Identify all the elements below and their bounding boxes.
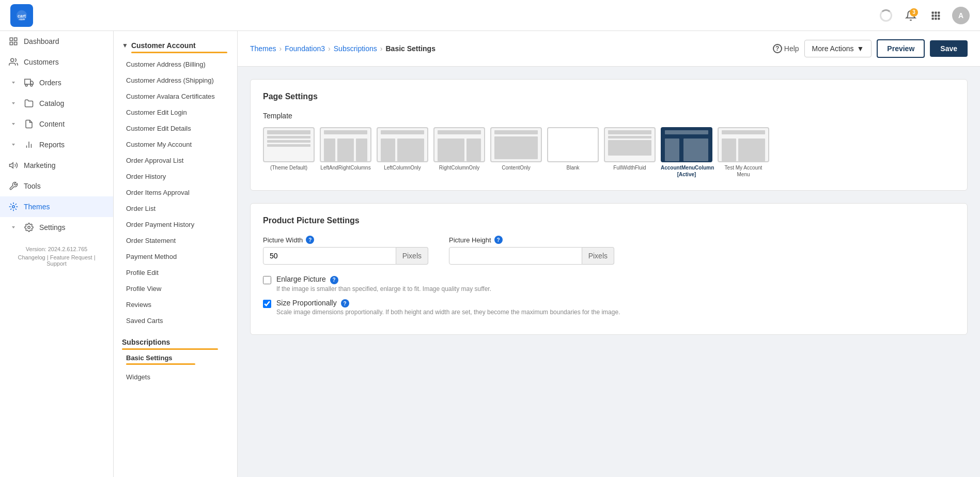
preview-button[interactable]: Preview bbox=[877, 39, 925, 58]
sidebar-item-tools[interactable]: Tools bbox=[0, 176, 113, 196]
user-avatar[interactable]: A bbox=[952, 7, 970, 24]
breadcrumb-current: Basic Settings bbox=[385, 44, 435, 53]
nav-item-order-list[interactable]: Order List bbox=[114, 201, 237, 217]
expand-settings-icon bbox=[8, 222, 19, 233]
template-left-only[interactable]: LeftColumnOnly bbox=[377, 127, 428, 178]
topbar: cart .com 3 A bbox=[0, 0, 980, 31]
breadcrumb-themes[interactable]: Themes bbox=[250, 44, 276, 53]
template-blank[interactable]: Blank bbox=[547, 127, 599, 178]
template-label-content-only: ContentOnly bbox=[502, 164, 531, 171]
template-account-menu-column[interactable]: AccountMenuColumn [Active] bbox=[661, 127, 712, 178]
svg-rect-11 bbox=[935, 18, 937, 20]
nav-item-saved-carts[interactable]: Saved Carts bbox=[114, 313, 237, 329]
template-label-blank: Blank bbox=[566, 164, 579, 171]
sidebar-item-customers[interactable]: Customers bbox=[0, 52, 113, 72]
template-theme-default[interactable]: (Theme Default) bbox=[263, 127, 315, 178]
sidebar-item-themes[interactable]: Themes bbox=[0, 196, 113, 217]
nav-item-order-statement[interactable]: Order Statement bbox=[114, 233, 237, 249]
picture-width-help-icon[interactable]: ? bbox=[306, 236, 314, 244]
template-label-right-only: RightColumnOnly bbox=[439, 164, 479, 171]
logo[interactable]: cart .com bbox=[10, 4, 33, 27]
template-right-only[interactable]: RightColumnOnly bbox=[433, 127, 485, 178]
nav-item-profile-edit[interactable]: Profile Edit bbox=[114, 265, 237, 281]
product-picture-settings-card: Product Picture Settings Picture Width ?… bbox=[250, 203, 968, 335]
nav-item-customer-address-shipping[interactable]: Customer Address (Shipping) bbox=[114, 72, 237, 88]
picture-width-input[interactable] bbox=[263, 247, 396, 265]
main-layout: Dashboard Customers Orders Catalog bbox=[0, 31, 980, 477]
catalog-icon bbox=[24, 98, 34, 109]
enlarge-picture-desc: If the image is smaller than specified, … bbox=[276, 285, 491, 293]
breadcrumb-foundation3[interactable]: Foundation3 bbox=[285, 44, 325, 53]
sidebar-label-marketing: Marketing bbox=[24, 161, 55, 170]
sidebar-item-settings[interactable]: Settings bbox=[0, 217, 113, 238]
apps-icon[interactable] bbox=[927, 7, 944, 24]
expand-content-icon bbox=[8, 119, 19, 129]
notifications-icon[interactable]: 3 bbox=[903, 7, 919, 24]
sidebar-item-reports[interactable]: Reports bbox=[0, 134, 113, 155]
picture-width-group: Picture Width ? Pixels bbox=[263, 236, 428, 265]
help-button[interactable]: ? Help bbox=[773, 44, 799, 53]
template-test-my-account-menu[interactable]: Test My Account Menu bbox=[718, 127, 769, 178]
template-fullwidth-fluid[interactable]: FullWidthFluid bbox=[604, 127, 656, 178]
picture-height-input[interactable] bbox=[449, 247, 582, 265]
secondary-sidebar: ▼ Customer Account Customer Address (Bil… bbox=[114, 31, 238, 477]
enlarge-picture-checkbox[interactable] bbox=[263, 276, 271, 284]
feature-request-link[interactable]: Feature Request bbox=[50, 254, 92, 260]
content-header: Themes › Foundation3 › Subscriptions › B… bbox=[238, 31, 980, 67]
nav-item-customer-address-billing[interactable]: Customer Address (Billing) bbox=[114, 56, 237, 72]
svg-rect-5 bbox=[935, 11, 937, 13]
picture-width-input-row: Pixels bbox=[263, 247, 428, 265]
svg-rect-14 bbox=[14, 38, 17, 40]
breadcrumb-subscriptions[interactable]: Subscriptions bbox=[334, 44, 377, 53]
enlarge-picture-label[interactable]: Enlarge Picture ? bbox=[276, 275, 338, 283]
nav-item-customer-edit-details[interactable]: Customer Edit Details bbox=[114, 120, 237, 136]
size-proportionally-checkbox[interactable] bbox=[263, 300, 271, 308]
nav-item-order-payment-history[interactable]: Order Payment History bbox=[114, 217, 237, 233]
nav-item-customer-avalara[interactable]: Customer Avalara Certificates bbox=[114, 88, 237, 104]
support-link[interactable]: Support bbox=[46, 260, 67, 267]
svg-rect-4 bbox=[932, 11, 934, 13]
size-proportionally-label[interactable]: Size Proportionally ? bbox=[276, 299, 349, 307]
svg-rect-8 bbox=[935, 14, 937, 17]
sidebar-label-customers: Customers bbox=[24, 58, 59, 66]
nav-item-customer-edit-login[interactable]: Customer Edit Login bbox=[114, 104, 237, 120]
sidebar-label-catalog: Catalog bbox=[39, 99, 64, 107]
nav-item-customer-my-account[interactable]: Customer My Account bbox=[114, 136, 237, 152]
template-label-left-right: LeftAndRightColumns bbox=[320, 164, 370, 171]
nav-item-order-approval-list[interactable]: Order Approval List bbox=[114, 152, 237, 168]
sidebar-item-orders[interactable]: Orders bbox=[0, 72, 113, 93]
picture-height-help-icon[interactable]: ? bbox=[494, 236, 503, 244]
sidebar-item-catalog[interactable]: Catalog bbox=[0, 93, 113, 114]
nav-sub-item-basic-settings[interactable]: Basic Settings bbox=[114, 350, 237, 369]
header-actions: ? Help More Actions ▼ Preview Save bbox=[773, 39, 968, 58]
secondary-sidebar-group-header[interactable]: ▼ Customer Account bbox=[114, 36, 237, 53]
content-icon bbox=[24, 119, 34, 129]
nav-item-reviews[interactable]: Reviews bbox=[114, 297, 237, 313]
sidebar-item-dashboard[interactable]: Dashboard bbox=[0, 31, 113, 52]
nav-item-order-items-approval[interactable]: Order Items Approval bbox=[114, 184, 237, 201]
save-button[interactable]: Save bbox=[930, 40, 968, 57]
enlarge-help-icon[interactable]: ? bbox=[330, 276, 338, 284]
enlarge-picture-row: Enlarge Picture ? If the image is smalle… bbox=[263, 275, 955, 293]
changelog-link[interactable]: Changelog bbox=[18, 254, 45, 260]
template-left-right[interactable]: LeftAndRightColumns bbox=[320, 127, 371, 178]
svg-rect-12 bbox=[938, 18, 940, 20]
nav-item-order-history[interactable]: Order History bbox=[114, 168, 237, 184]
settings-icon bbox=[24, 222, 34, 233]
more-actions-label: More Actions bbox=[812, 44, 854, 53]
svg-rect-7 bbox=[932, 14, 934, 17]
svg-point-31 bbox=[28, 226, 30, 229]
customers-icon bbox=[8, 57, 19, 67]
template-content-only[interactable]: ContentOnly bbox=[490, 127, 542, 178]
topbar-left: cart .com bbox=[10, 4, 33, 27]
size-proportionally-row: Size Proportionally ? Scale image dimens… bbox=[263, 299, 955, 316]
nav-item-payment-method[interactable]: Payment Method bbox=[114, 249, 237, 265]
themes-icon bbox=[8, 202, 19, 212]
nav-sub-item-widgets[interactable]: Widgets bbox=[114, 369, 237, 385]
sidebar-item-content[interactable]: Content bbox=[0, 114, 113, 134]
nav-item-profile-view[interactable]: Profile View bbox=[114, 281, 237, 297]
sidebar-item-marketing[interactable]: Marketing bbox=[0, 155, 113, 176]
svg-rect-10 bbox=[932, 18, 934, 20]
size-proportionally-help-icon[interactable]: ? bbox=[341, 299, 349, 307]
more-actions-button[interactable]: More Actions ▼ bbox=[804, 40, 872, 57]
